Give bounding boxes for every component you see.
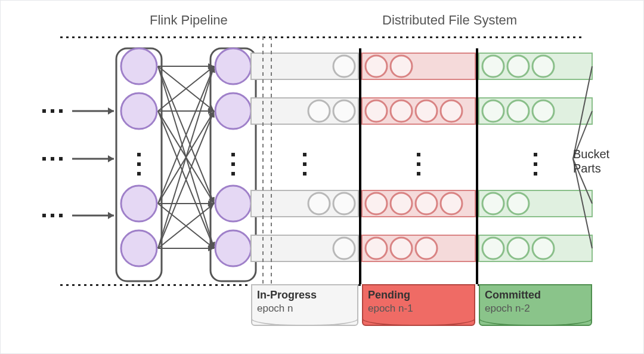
svg-rect-78 <box>525 36 528 38</box>
svg-rect-45 <box>329 36 331 38</box>
svg-rect-38 <box>287 36 289 38</box>
svg-rect-64 <box>442 36 444 38</box>
svg-rect-12 <box>132 36 134 38</box>
svg-point-257 <box>333 238 355 259</box>
svg-rect-56 <box>394 36 397 38</box>
svg-point-190 <box>121 48 157 84</box>
svg-point-260 <box>391 238 412 259</box>
svg-rect-88 <box>60 284 63 286</box>
svg-point-225 <box>333 56 355 77</box>
svg-point-239 <box>416 100 437 122</box>
svg-rect-2 <box>72 36 75 38</box>
svg-point-263 <box>482 238 504 259</box>
svg-rect-53 <box>376 36 379 38</box>
svg-rect-69 <box>472 36 474 38</box>
svg-rect-36 <box>275 36 277 38</box>
svg-rect-61 <box>424 36 426 38</box>
svg-rect-118 <box>239 284 242 286</box>
svg-rect-15 <box>150 36 152 38</box>
svg-rect-112 <box>203 284 206 286</box>
svg-point-228 <box>391 56 412 77</box>
svg-rect-278 <box>534 172 537 176</box>
svg-point-259 <box>366 238 387 259</box>
svg-point-244 <box>532 100 554 122</box>
svg-rect-104 <box>156 284 158 286</box>
svg-point-199 <box>215 186 251 221</box>
svg-rect-39 <box>293 36 295 38</box>
svg-point-265 <box>532 238 554 259</box>
svg-point-255 <box>507 193 529 214</box>
svg-rect-276 <box>534 153 537 156</box>
svg-rect-68 <box>466 36 468 38</box>
svg-point-235 <box>308 100 330 122</box>
svg-rect-25 <box>209 36 212 38</box>
svg-rect-37 <box>281 36 283 38</box>
svg-rect-85 <box>567 36 569 38</box>
svg-rect-96 <box>108 284 110 286</box>
svg-rect-110 <box>191 284 194 286</box>
svg-rect-50 <box>358 36 361 38</box>
svg-point-234 <box>333 100 355 122</box>
svg-rect-18 <box>168 36 170 38</box>
svg-rect-19 <box>174 36 176 38</box>
svg-rect-100 <box>132 284 134 286</box>
svg-rect-62 <box>430 36 432 38</box>
svg-rect-54 <box>382 36 385 38</box>
svg-rect-26 <box>215 36 218 38</box>
svg-rect-108 <box>179 284 182 286</box>
svg-rect-72 <box>490 36 492 38</box>
svg-rect-11 <box>126 36 128 38</box>
svg-point-238 <box>391 100 412 122</box>
svg-rect-176 <box>42 109 46 113</box>
svg-rect-17 <box>162 36 164 38</box>
svg-rect-117 <box>233 284 236 286</box>
svg-rect-102 <box>144 284 146 286</box>
svg-rect-20 <box>179 36 182 38</box>
svg-rect-116 <box>227 284 230 286</box>
svg-rect-92 <box>84 284 86 286</box>
svg-rect-41 <box>305 36 307 38</box>
svg-rect-48 <box>346 36 349 38</box>
svg-rect-86 <box>573 36 575 38</box>
svg-rect-57 <box>400 36 402 38</box>
svg-rect-10 <box>120 36 122 38</box>
svg-rect-90 <box>72 284 75 286</box>
svg-rect-7 <box>102 36 104 38</box>
svg-rect-59 <box>412 36 414 38</box>
svg-rect-73 <box>496 36 498 38</box>
svg-rect-31 <box>245 36 247 38</box>
svg-point-232 <box>532 56 554 77</box>
svg-point-240 <box>441 100 462 122</box>
svg-point-231 <box>507 56 529 77</box>
svg-rect-111 <box>197 284 200 286</box>
status-pending: Pending epoch n-1 <box>362 284 475 326</box>
svg-rect-6 <box>96 36 98 38</box>
svg-rect-101 <box>138 284 140 286</box>
svg-rect-178 <box>59 109 63 113</box>
svg-rect-103 <box>150 284 152 286</box>
svg-rect-114 <box>215 284 218 286</box>
svg-rect-194 <box>137 153 141 156</box>
svg-point-192 <box>121 186 157 221</box>
svg-rect-270 <box>303 153 306 156</box>
svg-rect-196 <box>137 172 141 176</box>
svg-rect-186 <box>59 214 63 217</box>
svg-rect-13 <box>138 36 140 38</box>
svg-rect-201 <box>231 153 235 156</box>
svg-rect-46 <box>335 36 337 38</box>
svg-rect-107 <box>174 284 176 286</box>
svg-rect-5 <box>90 36 92 38</box>
svg-rect-21 <box>185 36 188 38</box>
svg-rect-182 <box>59 157 63 161</box>
svg-point-254 <box>482 193 504 214</box>
bucket-parts-label: BucketParts <box>573 147 609 176</box>
svg-rect-71 <box>484 36 486 38</box>
svg-rect-115 <box>221 284 224 286</box>
svg-rect-14 <box>144 36 146 38</box>
svg-rect-119 <box>245 284 247 286</box>
svg-point-227 <box>366 56 387 77</box>
svg-rect-30 <box>239 36 242 38</box>
svg-rect-28 <box>227 36 230 38</box>
svg-point-197 <box>215 48 251 84</box>
svg-rect-32 <box>251 36 253 38</box>
